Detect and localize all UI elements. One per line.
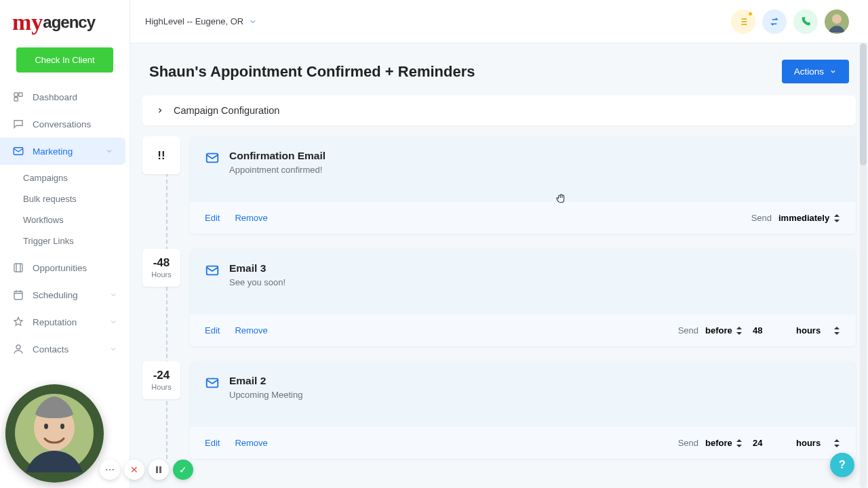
step-subject: Appointment confirmed!: [229, 165, 326, 175]
recorder-finish-button[interactable]: ✓: [173, 460, 193, 480]
send-unit-select[interactable]: hoursminutesdays: [795, 324, 841, 337]
edit-link[interactable]: Edit: [205, 325, 220, 336]
opportunities-icon: [12, 262, 24, 274]
location-switcher[interactable]: HighLevel -- Eugene, OR: [145, 16, 257, 26]
scrollbar-thumb[interactable]: [860, 43, 867, 165]
mail-icon: [205, 263, 220, 278]
swap-icon: [769, 16, 780, 27]
time-value: -48: [153, 257, 170, 268]
recorder-more-button[interactable]: ⋯: [100, 460, 120, 480]
campaign-step: -48HoursEmail 3See you soon!EditRemoveSe…: [190, 249, 856, 346]
sidebar-item-label: Marketing: [33, 146, 105, 157]
user-icon: [12, 343, 24, 355]
recorder-cancel-button[interactable]: ✕: [124, 460, 144, 480]
call-button[interactable]: [793, 9, 818, 34]
remove-link[interactable]: Remove: [235, 325, 267, 336]
actions-button[interactable]: Actions: [782, 60, 849, 83]
send-amount-input[interactable]: [753, 325, 785, 336]
send-relative-select[interactable]: beforeafter: [704, 436, 743, 449]
sidebar-item-label: Conversations: [33, 119, 117, 129]
more-icon: ⋯: [105, 464, 115, 475]
svg-point-6: [16, 345, 20, 349]
subnav-bulk-requests[interactable]: Bulk requests: [18, 188, 130, 209]
help-fab[interactable]: ?: [830, 453, 854, 477]
presenter-video-bubble[interactable]: [5, 384, 104, 483]
svg-rect-4: [14, 264, 22, 272]
svg-point-15: [44, 424, 48, 429]
sidebar-item-conversations[interactable]: Conversations: [0, 110, 130, 138]
remove-link[interactable]: Remove: [235, 213, 267, 223]
sidebar-item-reputation[interactable]: Reputation: [0, 308, 130, 336]
svg-rect-1: [19, 93, 22, 96]
time-unit: Hours: [151, 270, 171, 279]
marketing-subnav: Campaigns Bulk requests Workflows Trigge…: [0, 165, 130, 254]
sidebar-item-label: Dashboard: [33, 92, 117, 102]
subnav-trigger-links[interactable]: Trigger Links: [18, 230, 130, 251]
step-card[interactable]: Email 3See you soon!EditRemoveSendbefore…: [190, 249, 856, 346]
brand-logo: myagency: [0, 0, 130, 39]
profile-avatar[interactable]: [825, 9, 849, 34]
config-label: Campaign Configuration: [174, 105, 279, 116]
sidebar-item-opportunities[interactable]: Opportunities: [0, 254, 130, 281]
star-icon: [12, 316, 24, 328]
tasks-button[interactable]: [731, 9, 755, 34]
svg-rect-0: [14, 93, 18, 96]
step-card[interactable]: Confirmation EmailAppointment confirmed!…: [190, 136, 856, 234]
send-amount-input[interactable]: [753, 438, 785, 448]
topbar: HighLevel -- Eugene, OR: [130, 0, 868, 43]
location-label: HighLevel -- Eugene, OR: [145, 16, 243, 26]
send-label: Send: [751, 213, 772, 223]
sidebar-item-marketing[interactable]: Marketing: [0, 138, 125, 165]
sidebar-item-scheduling[interactable]: Scheduling: [0, 281, 130, 308]
sidebar-item-label: Opportunities: [33, 263, 117, 273]
time-value: !!: [157, 150, 165, 161]
dashboard-icon: [12, 91, 24, 103]
mail-icon: [12, 145, 24, 157]
subnav-workflows[interactable]: Workflows: [18, 209, 130, 230]
remove-link[interactable]: Remove: [235, 438, 267, 448]
brand-part2: agency: [43, 13, 95, 31]
send-relative-select[interactable]: beforeafter: [704, 324, 743, 337]
chevron-down-icon: [829, 68, 837, 75]
edit-link[interactable]: Edit: [205, 213, 220, 223]
avatar-image: [825, 9, 849, 34]
chevron-right-icon: [156, 106, 164, 115]
campaign-configuration-toggle[interactable]: Campaign Configuration: [142, 96, 856, 125]
chevron-down-icon: [109, 291, 117, 299]
chevron-down-icon: [109, 345, 117, 353]
sidebar-item-dashboard[interactable]: Dashboard: [0, 83, 130, 110]
svg-point-8: [832, 14, 842, 24]
svg-point-16: [60, 424, 64, 429]
help-icon: ?: [839, 459, 846, 471]
step-time-badge: !!: [142, 136, 180, 174]
step-subject: See you soon!: [229, 277, 285, 287]
notification-dot-icon: [748, 12, 753, 16]
svg-rect-2: [14, 98, 18, 101]
sidebar-item-label: Contacts: [33, 344, 109, 354]
sidebar-item-label: Reputation: [33, 317, 109, 327]
screen-recorder-widget: ⋯ ✕ ✓: [5, 384, 193, 483]
sidebar-item-contacts[interactable]: Contacts: [0, 336, 130, 363]
step-title: Confirmation Email: [229, 150, 326, 162]
send-label: Send: [678, 438, 698, 448]
svg-rect-5: [14, 291, 22, 300]
calendar-icon: [12, 289, 24, 301]
step-card[interactable]: Email 2Upcoming MeetingEditRemoveSendbef…: [190, 361, 856, 459]
sidebar-item-label: Scheduling: [33, 290, 109, 300]
send-when-select[interactable]: immediatelybeforeafter: [777, 211, 841, 224]
list-icon: [738, 16, 749, 27]
switch-button[interactable]: [762, 9, 787, 34]
brand-part1: my: [12, 9, 43, 35]
check-in-client-button[interactable]: Check In Client: [16, 47, 113, 73]
edit-link[interactable]: Edit: [205, 438, 220, 448]
send-label: Send: [678, 325, 698, 336]
svg-rect-17: [156, 466, 158, 473]
step-subject: Upcoming Meeting: [229, 390, 302, 400]
campaign-step: -24HoursEmail 2Upcoming MeetingEditRemov…: [190, 361, 856, 459]
chevron-down-icon: [249, 18, 257, 26]
subnav-campaigns[interactable]: Campaigns: [18, 167, 130, 188]
pause-icon: [155, 466, 163, 474]
campaign-step: !!Confirmation EmailAppointment confirme…: [190, 136, 856, 234]
recorder-pause-button[interactable]: [149, 460, 169, 480]
send-unit-select[interactable]: hoursminutesdays: [795, 436, 841, 449]
